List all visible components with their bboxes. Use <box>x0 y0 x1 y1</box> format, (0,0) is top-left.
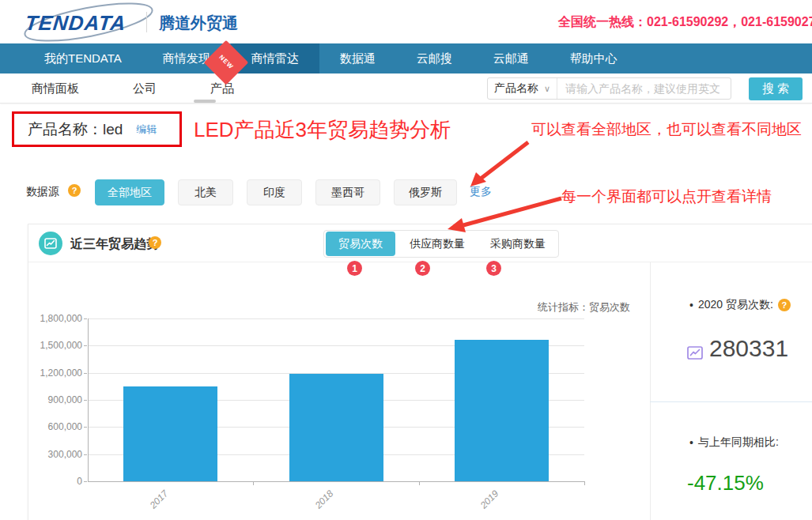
y-axis-tick <box>84 481 87 482</box>
y-tick-label: 600,000 <box>30 421 82 432</box>
region-button-2[interactable]: 印度 <box>247 179 302 205</box>
region-filter-group: 全部地区北美印度墨西哥俄罗斯 <box>95 179 457 205</box>
step-badge-3: 3 <box>486 261 501 276</box>
hotline-numbers: 021-61590292，021-61590275 <box>647 15 812 28</box>
bullet-icon: • <box>689 299 693 311</box>
x-tick-label: 2017 <box>141 481 176 517</box>
logo-divider <box>146 12 147 32</box>
brand-name: 腾道外贸通 <box>159 13 238 34</box>
logo-text: TENDATA <box>24 11 127 36</box>
trade-trend-card: 近三年贸易趋势 ? 贸易次数供应商数量采购商数量 统计指标：贸易次数 1,800… <box>28 224 812 520</box>
horizontal-scrollbar-thumb[interactable] <box>194 100 216 103</box>
tendata-logo[interactable]: TENDATA <box>24 9 150 37</box>
step-badge-1: 1 <box>347 261 362 276</box>
datasource-label: 数据源 <box>26 185 59 199</box>
region-button-3[interactable]: 墨西哥 <box>315 179 380 205</box>
hotline: 全国统一热线：021-61590292，021-61590275 <box>558 14 812 31</box>
gridline <box>88 318 584 319</box>
x-axis-tick <box>584 481 585 485</box>
x-axis-tick <box>253 481 254 485</box>
subnav-item-0[interactable]: 商情面板 <box>32 73 79 103</box>
trend-chart-icon <box>686 343 704 362</box>
y-axis-tick <box>84 400 87 401</box>
stat-help-icon[interactable]: ? <box>778 299 791 311</box>
bar-2017[interactable] <box>123 386 217 481</box>
y-tick-label: 0 <box>30 476 82 487</box>
y-axis-tick <box>84 454 87 455</box>
metric-tab-group: 贸易次数供应商数量采购商数量 <box>323 230 559 258</box>
panel-help-icon[interactable]: ? <box>149 236 161 249</box>
y-axis-tick <box>84 345 87 346</box>
stat-2020-label: 2020 贸易次数: <box>698 298 773 312</box>
vertical-divider <box>650 262 651 520</box>
tab-0[interactable]: 贸易次数 <box>326 232 395 256</box>
top-header: TENDATA 腾道外贸通 全国统一热线：021-61590292，021-61… <box>0 0 812 43</box>
stat-2020-row: • 2020 贸易次数: ? <box>689 298 791 312</box>
product-search-box: 产品名称 ∨ <box>487 77 731 100</box>
nav-item-3[interactable]: 数据通 <box>319 43 396 73</box>
y-tick-label: 900,000 <box>30 394 82 405</box>
search-input[interactable] <box>557 82 731 95</box>
datasource-help-icon[interactable]: ? <box>68 184 81 197</box>
y-tick-label: 1,200,000 <box>30 367 82 379</box>
page: TENDATA 腾道外贸通 全国统一热线：021-61590292，021-61… <box>0 0 812 520</box>
hotline-label: 全国统一热线： <box>558 15 647 28</box>
step-badge-2: 2 <box>415 261 430 276</box>
chart-panel-icon <box>39 232 62 255</box>
y-tick-label: 300,000 <box>30 449 82 460</box>
x-tick-label: 2018 <box>306 481 342 517</box>
bullet-icon: • <box>689 436 693 449</box>
nav-item-1[interactable]: 商情发现NEW <box>142 43 231 73</box>
stat-compare-value: -47.15% <box>687 471 764 496</box>
nav-item-5[interactable]: 云邮通 <box>473 43 550 73</box>
nav-item-4[interactable]: 云邮搜 <box>396 43 473 73</box>
region-button-1[interactable]: 北美 <box>178 179 233 205</box>
search-field-selector[interactable]: 产品名称 ∨ <box>488 78 557 99</box>
stat-2020-value: 280331 <box>709 335 788 362</box>
stat-indicator-label: 统计指标：贸易次数 <box>538 300 630 315</box>
bar-2018[interactable] <box>289 374 383 481</box>
region-button-4[interactable]: 俄罗斯 <box>394 179 457 205</box>
y-axis-line <box>88 318 89 481</box>
stats-divider <box>650 401 812 402</box>
panel-title: 近三年贸易趋势 <box>70 236 159 253</box>
stat-compare-row: • 与上年同期相比: <box>689 435 779 450</box>
stat-2020-value-row: 280331 <box>686 335 788 362</box>
stat-compare-label: 与上年同期相比: <box>698 435 779 450</box>
annotation-note-detail: 每一个界面都可以点开查看详情 <box>561 187 772 207</box>
edit-link[interactable]: 编辑 <box>136 122 157 137</box>
annotation-title: LED产品近3年贸易趋势分析 <box>194 116 451 144</box>
x-axis-tick <box>419 481 420 485</box>
search-button[interactable]: 搜 索 <box>749 77 803 100</box>
product-name-highlight-box: 产品名称：led 编辑 <box>12 111 182 147</box>
sub-nav-items: 商情面板公司产品 <box>32 73 288 103</box>
x-tick-label: 2019 <box>472 481 508 517</box>
y-tick-label: 1,500,000 <box>30 340 82 351</box>
gridline <box>88 481 584 482</box>
search-field-label: 产品名称 <box>494 81 538 96</box>
bar-2019[interactable] <box>455 340 549 481</box>
product-name-label: 产品名称： <box>28 121 103 138</box>
product-name-text: 产品名称：led <box>28 119 123 140</box>
nav-item-6[interactable]: 帮助中心 <box>550 43 638 73</box>
nav-item-0[interactable]: 我的TENDATA <box>24 43 142 73</box>
main-nav: 我的TENDATA商情发现NEW商情雷达数据通云邮搜云邮通帮助中心 <box>0 43 812 73</box>
tab-1[interactable]: 供应商数量 <box>397 232 478 256</box>
region-button-0[interactable]: 全部地区 <box>95 179 164 205</box>
product-name-value: led <box>103 121 123 138</box>
y-tick-label: 1,800,000 <box>30 313 82 324</box>
card-header: 近三年贸易趋势 ? 贸易次数供应商数量采购商数量 <box>28 224 812 262</box>
chevron-down-icon: ∨ <box>544 84 550 94</box>
y-axis-tick <box>84 427 87 428</box>
annotation-note-regions: 可以查看全部地区，也可以查看不同地区 <box>531 119 802 140</box>
tab-2[interactable]: 采购商数量 <box>478 232 558 256</box>
sub-nav: 商情面板公司产品 产品名称 ∨ 搜 索 <box>0 73 812 104</box>
y-axis-tick <box>84 373 87 374</box>
arrow-to-more-icon <box>470 142 528 187</box>
subnav-item-1[interactable]: 公司 <box>133 73 157 103</box>
y-axis-tick <box>84 318 87 319</box>
more-regions-link[interactable]: 更多 <box>470 185 492 199</box>
